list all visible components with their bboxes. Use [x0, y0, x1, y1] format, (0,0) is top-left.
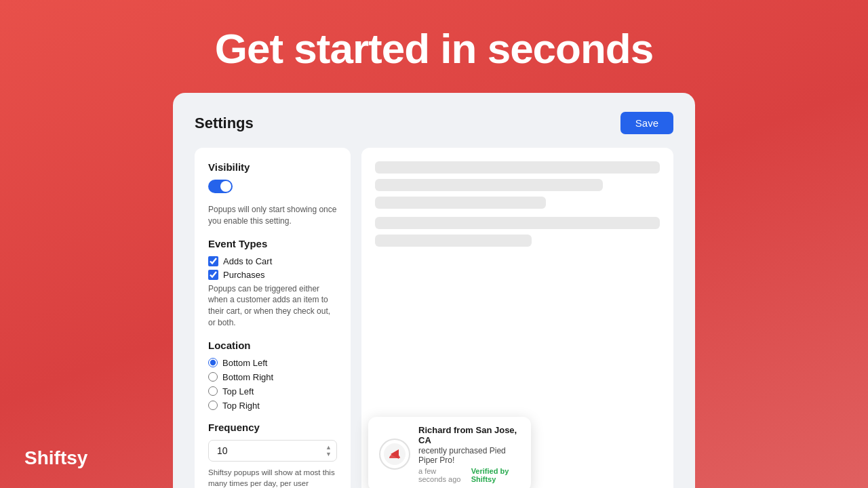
visibility-section: Visibility Popups will only start showin…: [208, 161, 337, 227]
popup-action: recently purchased Pied Piper Pro!: [418, 446, 520, 465]
frequency-input[interactable]: [208, 440, 337, 462]
adds-to-cart-checkbox[interactable]: [208, 256, 218, 266]
card-body: Visibility Popups will only start showin…: [195, 148, 673, 488]
popup-notification: Richard from San Jose, CA recently purch…: [368, 417, 531, 488]
purchases-row: Purchases: [208, 270, 337, 280]
location-top-right-row: Top Right: [208, 401, 337, 411]
popup-name: Richard from San Jose, CA: [418, 425, 520, 445]
event-types-section: Event Types Adds to Cart Purchases Popup…: [208, 238, 337, 329]
preview-right-panel: Richard from San Jose, CA recently purch…: [361, 148, 673, 488]
location-top-left-label: Top Left: [222, 386, 254, 396]
frequency-input-wrap: ▲ ▼: [208, 440, 337, 462]
frequency-arrows: ▲ ▼: [326, 444, 332, 457]
popup-verified: Verified by Shiftsy: [471, 467, 520, 483]
settings-left-panel: Visibility Popups will only start showin…: [195, 148, 351, 488]
frequency-section: Frequency ▲ ▼ Shiftsy popups will show a…: [208, 422, 337, 488]
visibility-title: Visibility: [208, 161, 337, 173]
frequency-title: Frequency: [208, 422, 337, 433]
location-bottom-right-radio[interactable]: [208, 372, 218, 382]
location-bottom-right-row: Bottom Right: [208, 372, 337, 382]
freq-down-icon[interactable]: ▼: [326, 451, 332, 457]
popup-meta: a few seconds ago Verified by Shiftsy: [418, 467, 520, 483]
visibility-toggle[interactable]: [208, 180, 233, 193]
popup-time: a few seconds ago: [418, 467, 466, 483]
adds-to-cart-row: Adds to Cart: [208, 256, 337, 266]
location-title: Location: [208, 340, 337, 351]
freq-up-icon[interactable]: ▲: [326, 444, 332, 450]
card-title: Settings: [195, 115, 254, 132]
location-bottom-left-label: Bottom Left: [222, 358, 267, 368]
location-top-right-radio[interactable]: [208, 401, 218, 410]
save-button[interactable]: Save: [620, 112, 673, 134]
skeleton-group-2: [375, 217, 660, 247]
event-types-description: Popups can be triggered either when a cu…: [208, 283, 337, 329]
location-section: Location Bottom Left Bottom Right Top Le…: [208, 340, 337, 411]
card-header: Settings Save: [195, 112, 673, 134]
skeleton-bar-4: [375, 217, 660, 229]
location-bottom-right-label: Bottom Right: [222, 372, 273, 382]
skeleton-bar-2: [375, 179, 603, 191]
location-top-right-label: Top Right: [222, 401, 260, 411]
main-headline: Get started in seconds: [215, 24, 653, 73]
visibility-description: Popups will only start showing once you …: [208, 204, 337, 227]
visibility-toggle-row: [208, 180, 337, 200]
skeleton-bar-1: [375, 161, 660, 174]
skeleton-group-1: [375, 161, 660, 209]
event-types-title: Event Types: [208, 238, 337, 249]
skeleton-bar-3: [375, 197, 546, 209]
location-top-left-radio[interactable]: [208, 386, 218, 396]
popup-avatar: [379, 439, 410, 470]
location-bottom-left-radio[interactable]: [208, 358, 218, 367]
brand-logo: Shiftsy: [24, 447, 87, 469]
popup-info: Richard from San Jose, CA recently purch…: [418, 425, 520, 483]
skeleton-bar-5: [375, 235, 532, 247]
purchases-label: Purchases: [223, 270, 264, 280]
purchases-checkbox[interactable]: [208, 270, 218, 280]
adds-to-cart-label: Adds to Cart: [223, 256, 272, 266]
settings-card: Settings Save Visibility Popups will onl…: [173, 93, 695, 488]
frequency-description: Shiftsy popups will show at most this ma…: [208, 467, 337, 488]
location-bottom-left-row: Bottom Left: [208, 358, 337, 368]
location-top-left-row: Top Left: [208, 386, 337, 396]
